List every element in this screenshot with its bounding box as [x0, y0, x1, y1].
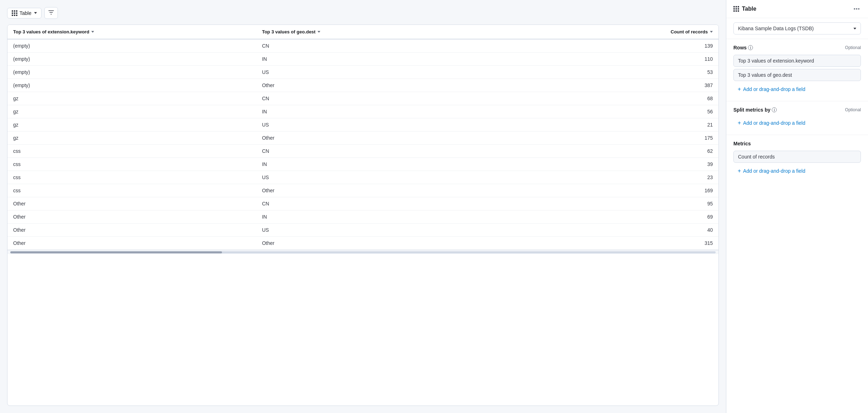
- rows-add-field-label: Add or drag-and-drop a field: [743, 86, 805, 92]
- cell-count: 69: [505, 210, 718, 224]
- cell-extension: gz: [7, 118, 256, 132]
- cell-count: 23: [505, 171, 718, 184]
- col-extension-sort-icon: [91, 31, 94, 33]
- metrics-section: Metrics Count of records + Add or drag-a…: [726, 135, 868, 183]
- table-row: (empty)US53: [7, 66, 718, 79]
- table-row: cssCN62: [7, 145, 718, 158]
- cell-extension: css: [7, 145, 256, 158]
- cell-count: 68: [505, 92, 718, 105]
- col-extension-label: Top 3 values of extension.keyword: [13, 29, 89, 34]
- split-metrics-header: Split metrics by i Optional: [733, 107, 861, 113]
- cell-geodest: CN: [256, 145, 505, 158]
- col-geodest-label: Top 3 values of geo.dest: [262, 29, 316, 34]
- cell-extension: (empty): [7, 39, 256, 53]
- metrics-add-plus-icon: +: [738, 168, 741, 174]
- table-row: OtherCN95: [7, 197, 718, 210]
- table-row: OtherOther315: [7, 237, 718, 250]
- cell-extension: css: [7, 158, 256, 171]
- rows-field-geodest[interactable]: Top 3 values of geo.dest: [733, 69, 861, 81]
- datasource-chevron-icon: [853, 28, 856, 30]
- cell-count: 175: [505, 132, 718, 145]
- cell-geodest: IN: [256, 158, 505, 171]
- col-count-sort-icon: [710, 31, 713, 33]
- main-area: Table Top 3 values of extension.keyword: [0, 0, 726, 413]
- table-dropdown-chevron: [34, 12, 37, 14]
- rows-add-plus-icon: +: [738, 86, 741, 92]
- rows-title: Rows i: [733, 45, 753, 50]
- cell-geodest: Other: [256, 184, 505, 197]
- cell-geodest: CN: [256, 39, 505, 53]
- data-table: Top 3 values of extension.keyword Top 3 …: [7, 25, 718, 250]
- filter-icon: [48, 10, 54, 15]
- table-row: (empty)CN139: [7, 39, 718, 53]
- cell-geodest: Other: [256, 79, 505, 92]
- cell-extension: (empty): [7, 79, 256, 92]
- cell-count: 315: [505, 237, 718, 250]
- datasource-section: Kibana Sample Data Logs (TSDB): [726, 18, 868, 39]
- rows-info-icon[interactable]: i: [748, 45, 753, 50]
- cell-count: 62: [505, 145, 718, 158]
- cell-extension: css: [7, 171, 256, 184]
- table-row: cssIN39: [7, 158, 718, 171]
- split-metrics-add-field-label: Add or drag-and-drop a field: [743, 120, 805, 126]
- cell-geodest: CN: [256, 92, 505, 105]
- table-row: gzOther175: [7, 132, 718, 145]
- cell-geodest: US: [256, 66, 505, 79]
- cell-count: 110: [505, 53, 718, 66]
- cell-geodest: IN: [256, 53, 505, 66]
- right-panel: Table Kibana Sample Data Logs (TSDB) Row…: [726, 0, 868, 413]
- table-row: cssOther169: [7, 184, 718, 197]
- split-metrics-title: Split metrics by i: [733, 107, 777, 113]
- cell-count: 387: [505, 79, 718, 92]
- panel-table-icon: [733, 6, 739, 12]
- cell-count: 53: [505, 66, 718, 79]
- metrics-add-field-button[interactable]: + Add or drag-and-drop a field: [733, 165, 809, 177]
- table-row: gzIN56: [7, 105, 718, 118]
- table-row: gzUS21: [7, 118, 718, 132]
- split-metrics-optional-label: Optional: [845, 107, 861, 112]
- filter-button[interactable]: [44, 7, 58, 19]
- cell-extension: css: [7, 184, 256, 197]
- split-metrics-add-plus-icon: +: [738, 120, 741, 126]
- col-header-geodest[interactable]: Top 3 values of geo.dest: [256, 25, 505, 39]
- rows-add-field-button[interactable]: + Add or drag-and-drop a field: [733, 83, 809, 95]
- table-header-row: Top 3 values of extension.keyword Top 3 …: [7, 25, 718, 39]
- cell-extension: Other: [7, 197, 256, 210]
- cell-count: 40: [505, 224, 718, 237]
- cell-extension: (empty): [7, 66, 256, 79]
- scrollbar-track: [10, 251, 716, 253]
- rows-field-extension[interactable]: Top 3 values of extension.keyword: [733, 55, 861, 67]
- table-button[interactable]: Table: [7, 8, 42, 18]
- cell-count: 21: [505, 118, 718, 132]
- col-header-extension[interactable]: Top 3 values of extension.keyword: [7, 25, 256, 39]
- cell-geodest: US: [256, 118, 505, 132]
- metrics-count-field[interactable]: Count of records: [733, 151, 861, 163]
- cell-count: 169: [505, 184, 718, 197]
- table-grid-icon: [12, 10, 17, 16]
- table-row: (empty)Other387: [7, 79, 718, 92]
- col-header-count[interactable]: Count of records: [505, 25, 718, 39]
- cell-geodest: US: [256, 224, 505, 237]
- cell-geodest: US: [256, 171, 505, 184]
- col-geodest-sort-icon: [318, 31, 320, 33]
- cell-geodest: IN: [256, 105, 505, 118]
- table-body: (empty)CN139(empty)IN110(empty)US53(empt…: [7, 39, 718, 250]
- panel-options-button[interactable]: [852, 7, 861, 11]
- cell-count: 139: [505, 39, 718, 53]
- horizontal-scrollbar[interactable]: [7, 250, 718, 254]
- cell-extension: gz: [7, 105, 256, 118]
- cell-extension: Other: [7, 224, 256, 237]
- col-count-label: Count of records: [671, 29, 708, 34]
- cell-extension: gz: [7, 92, 256, 105]
- datasource-label: Kibana Sample Data Logs (TSDB): [738, 26, 814, 31]
- cell-geodest: Other: [256, 132, 505, 145]
- cell-extension: Other: [7, 210, 256, 224]
- table-label: Table: [20, 10, 31, 16]
- cell-geodest: Other: [256, 237, 505, 250]
- table-row: cssUS23: [7, 171, 718, 184]
- split-metrics-add-field-button[interactable]: + Add or drag-and-drop a field: [733, 117, 809, 129]
- split-metrics-info-icon[interactable]: i: [772, 107, 777, 112]
- table-row: OtherUS40: [7, 224, 718, 237]
- metrics-title: Metrics: [733, 141, 861, 146]
- datasource-select-button[interactable]: Kibana Sample Data Logs (TSDB): [733, 22, 861, 34]
